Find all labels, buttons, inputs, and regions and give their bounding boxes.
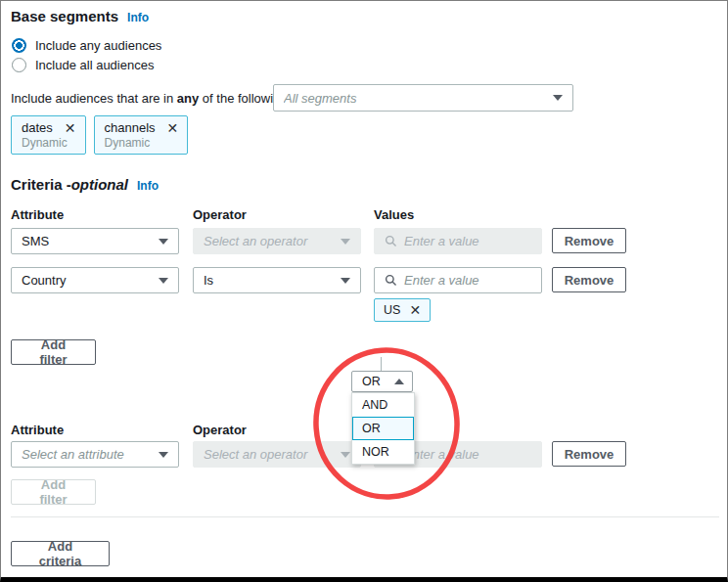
chevron-down-icon [341,239,350,245]
value-tag-us: US ✕ [374,298,431,322]
value-tag-label: US [384,303,400,317]
value-input-placeholder: Enter a value [404,447,479,462]
include-audiences-sentence: Include audiences that are in any of the… [11,91,291,106]
connector-dropdown-button[interactable]: OR [351,371,413,392]
chevron-up-icon [394,379,404,384]
add-filter-button-group1[interactable]: Add filter [11,339,96,365]
segment-editor-panel: Base segments Info Include any audiences… [0,0,728,582]
connector-line [381,357,382,371]
criteria-title: Criteria - [11,176,71,193]
value-input-placeholder: Enter a value [404,234,479,248]
criteria-header: Criteria - optional Info [11,176,159,193]
close-icon[interactable]: ✕ [65,121,76,135]
radio-include-all[interactable]: Include all audiences [12,58,154,72]
segment-tag-type: Dynamic [105,136,179,150]
base-segments-info-link[interactable]: Info [127,11,149,24]
chevron-down-icon [553,95,563,101]
chevron-down-icon [341,452,350,458]
connector-option-nor[interactable]: NOR [352,440,414,464]
close-icon[interactable]: ✕ [409,303,421,317]
column-header-attribute-group2: Attribute [11,423,64,437]
attribute-select-row1[interactable]: SMS [11,228,179,254]
operator-select-row2[interactable]: Is [193,267,361,293]
attribute-select-group2[interactable]: Select an attribute [11,441,179,468]
column-header-operator: Operator [193,207,247,222]
close-icon[interactable]: ✕ [167,121,179,135]
column-header-attribute: Attribute [11,207,64,222]
add-criteria-button[interactable]: Add criteria [11,541,110,566]
segment-tag-dates: dates ✕ Dynamic [11,115,86,155]
connector-dropdown-list: AND OR NOR [351,392,415,465]
chevron-down-icon [159,452,168,458]
criteria-title-optional: optional [71,176,128,193]
segment-tags-row: dates ✕ Dynamic channels ✕ Dynamic [11,115,196,155]
section-divider [11,516,719,517]
segments-dropdown-placeholder: All segments [284,91,553,106]
connector-option-and[interactable]: AND [352,393,414,417]
operator-select-placeholder: Select an operator [204,234,341,248]
chevron-down-icon [341,278,350,284]
chevron-down-icon [159,239,168,245]
base-segments-header: Base segments Info [11,8,149,24]
search-icon [385,235,397,247]
radio-unselected-icon[interactable] [12,58,26,72]
radio-include-any-label: Include any audiences [35,38,161,53]
search-icon [385,274,397,287]
add-filter-button-group2: Add filter [11,479,96,505]
remove-button-group2[interactable]: Remove [552,441,626,467]
radio-include-any[interactable]: Include any audiences [12,38,161,53]
operator-select-value: Is [204,273,341,288]
base-segments-title: Base segments [11,8,118,24]
segments-dropdown[interactable]: All segments [273,84,573,112]
segment-tag-name: channels [105,120,156,135]
segment-tag-channels: channels ✕ Dynamic [94,115,189,155]
value-input-placeholder: Enter a value [404,273,479,288]
column-header-values: Values [374,207,414,222]
remove-button-row1[interactable]: Remove [552,228,626,253]
operator-select-group2: Select an operator [193,441,361,468]
value-input-row1: Enter a value [374,228,542,254]
chevron-down-icon [159,278,168,284]
sentence-emphasis: any [177,91,199,106]
attribute-select-placeholder: Select an attribute [22,447,159,462]
column-header-operator-group2: Operator [193,423,247,437]
attribute-select-row2[interactable]: Country [11,267,179,293]
radio-selected-icon[interactable] [12,38,26,53]
attribute-select-value: Country [22,273,159,288]
segment-tag-name: dates [22,120,53,135]
value-input-row2[interactable]: Enter a value [374,267,542,293]
radio-include-all-label: Include all audiences [35,58,154,72]
connector-option-or[interactable]: OR [352,417,414,440]
segment-tag-type: Dynamic [22,136,76,150]
sentence-prefix: Include audiences that are in [11,91,177,106]
operator-select-placeholder: Select an operator [204,447,341,462]
remove-button-row2[interactable]: Remove [552,267,626,292]
attribute-select-value: SMS [22,234,159,248]
criteria-info-link[interactable]: Info [137,179,159,193]
connector-selected-value: OR [362,375,381,388]
operator-select-row1: Select an operator [193,228,361,254]
